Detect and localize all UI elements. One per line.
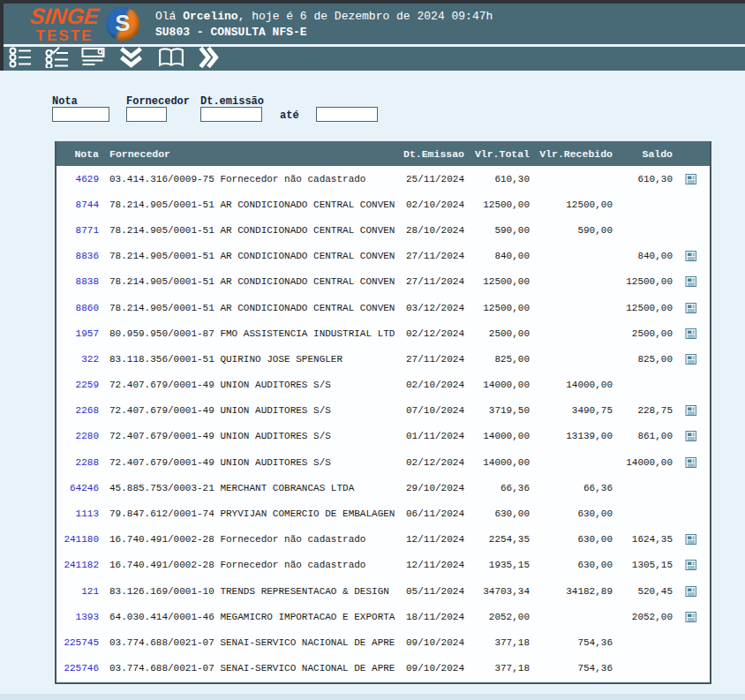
fornecedor-input[interactable]: [126, 107, 167, 122]
nota-link[interactable]: 1393: [56, 612, 99, 622]
nota-link[interactable]: 2268: [56, 405, 99, 416]
dt-emissao-cell: 01/11/2024: [403, 431, 464, 441]
fornecedor-label: Fornecedor: [126, 95, 190, 108]
doc-icon[interactable]: [685, 430, 697, 442]
nota-link[interactable]: 1113: [56, 508, 99, 519]
doc-icon[interactable]: [685, 353, 697, 365]
nota-label: Nota: [52, 95, 78, 108]
doc-icon[interactable]: [685, 327, 697, 340]
doc-icon[interactable]: [685, 456, 697, 469]
nota-link[interactable]: 4629: [56, 174, 99, 184]
checklist-icon: [43, 47, 71, 71]
fornecedor-cell: 03.414.316/0009-75 Fornecedor não cadast…: [99, 174, 403, 184]
nota-link[interactable]: 8836: [56, 251, 99, 261]
nota-link[interactable]: 241180: [56, 534, 99, 545]
doc-icon[interactable]: [685, 585, 697, 598]
fornecedor-cell: 64.030.414/0001-46 MEGAMICRO IMPORTACAO …: [99, 612, 403, 622]
nota-link[interactable]: 2280: [56, 431, 99, 441]
dt-emissao-de-input[interactable]: [200, 107, 262, 122]
form-search-button[interactable]: [80, 47, 109, 71]
saldo-cell: 12500,00: [613, 276, 673, 287]
dt-emissao-cell: 27/11/2024: [403, 354, 464, 365]
table-row: 2259 72.407.679/0001-49 UNION AUDITORES …: [56, 373, 710, 398]
nota-link[interactable]: 8860: [56, 303, 99, 313]
vlr-total-cell: 2500,00: [464, 328, 530, 339]
checklist-menu-button[interactable]: [43, 47, 71, 71]
greeting-username: Orcelino: [183, 10, 237, 23]
dt-emissao-ate-input[interactable]: [316, 107, 378, 122]
next-page-button[interactable]: [198, 46, 219, 72]
dt-emissao-cell: 29/10/2024: [403, 483, 464, 493]
book-icon: [158, 47, 184, 71]
nota-link[interactable]: 2259: [56, 380, 99, 390]
fornecedor-cell: 83.126.169/0001-10 TRENDS REPRESENTACAO …: [99, 586, 403, 597]
header-text: Olá Orcelino, hoje é 6 de Dezembro de 20…: [155, 10, 493, 39]
greeting: Olá Orcelino, hoje é 6 de Dezembro de 20…: [155, 10, 493, 23]
fornecedor-cell: 78.214.905/0001-51 AR CONDICIONADO CENTR…: [99, 276, 403, 287]
vlr-total-cell: 2052,00: [464, 612, 530, 622]
nota-link[interactable]: 1957: [56, 328, 99, 339]
vlr-recebido-cell: 630,00: [530, 560, 613, 570]
vlr-total-cell: 610,30: [464, 174, 530, 184]
saldo-cell: 861,00: [613, 431, 673, 441]
doc-icon[interactable]: [685, 404, 697, 417]
nota-link[interactable]: 8744: [56, 199, 99, 210]
nota-link[interactable]: 8771: [56, 225, 99, 236]
form-search-icon: [80, 47, 109, 71]
doc-icon[interactable]: [685, 250, 697, 262]
nota-link[interactable]: 2288: [56, 457, 99, 468]
table-row: 1957 80.959.950/0001-87 FMO ASSISTENCIA …: [56, 320, 710, 346]
table-header-row: Nota Fornecedor Dt.Emissao Vlr.Total Vlr…: [56, 141, 710, 166]
fornecedor-cell: 72.407.679/0001-49 UNION AUDITORES S/S: [99, 431, 403, 441]
nota-link[interactable]: 225745: [56, 637, 99, 648]
nota-link[interactable]: 121: [56, 586, 99, 597]
greeting-prefix: Olá: [155, 10, 183, 23]
table-row: 8771 78.214.905/0001-51 AR CONDICIONADO …: [56, 217, 710, 243]
table-row: 225746 03.774.688/0021-07 SENAI-SERVICO …: [56, 656, 710, 681]
nota-link[interactable]: 64246: [56, 483, 99, 493]
doc-icon[interactable]: [685, 275, 697, 288]
ate-label: até: [280, 109, 299, 122]
dt-emissao-cell: 25/11/2024: [403, 174, 464, 184]
doc-icon[interactable]: [685, 559, 697, 571]
vlr-total-cell: 14000,00: [464, 431, 530, 441]
table-row: 2280 72.407.679/0001-49 UNION AUDITORES …: [56, 424, 710, 449]
doc-icon[interactable]: [685, 173, 697, 185]
saldo-cell: 2052,00: [613, 612, 673, 622]
vlr-total-cell: 630,00: [464, 508, 530, 519]
list-menu-button[interactable]: [7, 47, 34, 71]
dt-emissao-cell: 03/12/2024: [403, 303, 464, 313]
nota-link[interactable]: 241182: [56, 560, 99, 570]
fornecedor-cell: 78.214.905/0001-51 AR CONDICIONADO CENTR…: [99, 303, 403, 313]
saldo-cell: 2500,00: [613, 328, 673, 339]
doc-icon[interactable]: [685, 611, 697, 623]
list-icon: [7, 47, 34, 71]
vlr-recebido-cell: 630,00: [530, 534, 613, 545]
nota-link[interactable]: 8838: [56, 276, 99, 287]
expand-down-button[interactable]: [119, 47, 143, 71]
doc-icon[interactable]: [685, 302, 697, 314]
table-row: 1393 64.030.414/0001-46 MEGAMICRO IMPORT…: [56, 604, 710, 629]
nota-link[interactable]: 322: [56, 354, 99, 365]
vlr-recebido-cell: 3490,75: [530, 405, 613, 416]
col-header-dt-emissao: Dt.Emissao: [403, 148, 464, 160]
vlr-total-cell: 377,18: [464, 637, 530, 648]
col-header-vlr-total: Vlr.Total: [464, 148, 530, 160]
dt-emissao-cell: 09/10/2024: [403, 663, 464, 674]
vlr-recebido-cell: 66,36: [530, 483, 613, 493]
vlr-total-cell: 1935,15: [464, 560, 530, 570]
nota-link[interactable]: 225746: [56, 663, 99, 674]
saldo-cell: 840,00: [613, 251, 673, 261]
vlr-total-cell: 2254,35: [464, 534, 530, 545]
vlr-total-cell: 14000,00: [464, 457, 530, 468]
doc-icon[interactable]: [685, 533, 697, 546]
dt-emissao-cell: 02/12/2024: [403, 328, 464, 339]
vlr-recebido-cell: 13139,00: [530, 431, 613, 441]
nota-input[interactable]: [52, 107, 109, 122]
logo-text-singe: SINGE: [29, 5, 101, 27]
col-header-nota: Nota: [56, 148, 99, 160]
vlr-total-cell: 825,00: [464, 354, 530, 365]
sphere-letter: S: [115, 11, 130, 34]
help-book-button[interactable]: [158, 47, 184, 71]
dt-emissao-cell: 02/10/2024: [403, 199, 464, 210]
